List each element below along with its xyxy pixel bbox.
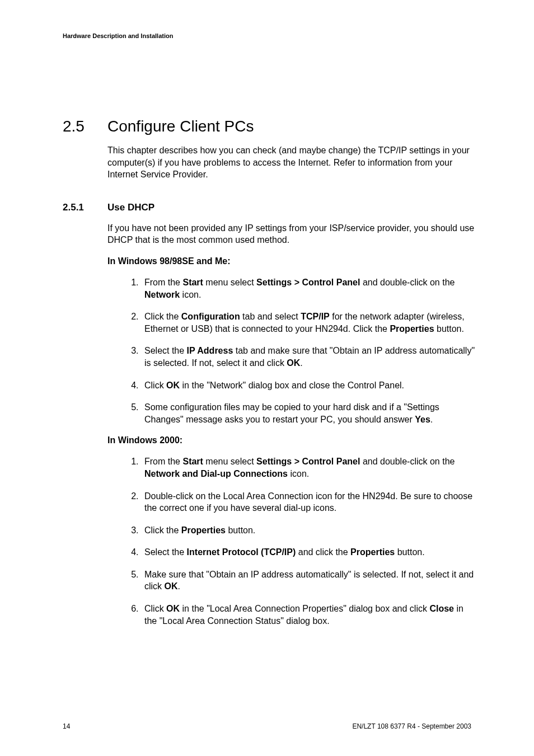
page-content: 2.5 Configure Client PCs This chapter de… xyxy=(63,118,477,637)
list-item: Click OK in the "Network" dialog box and… xyxy=(141,379,477,392)
list-item: Click the Configuration tab and select T… xyxy=(141,311,477,335)
win2000-heading: In Windows 2000: xyxy=(107,435,477,445)
subsection-title: Use DHCP xyxy=(107,202,154,213)
footer-right: EN/LZT 108 6377 R4 - September 2003 xyxy=(352,722,471,730)
win2000-steps: From the Start menu select Settings > Co… xyxy=(129,456,477,627)
page-number: 14 xyxy=(63,722,70,730)
subsection-heading: 2.5.1 Use DHCP xyxy=(63,202,477,213)
list-item: Select the Internet Protocol (TCP/IP) an… xyxy=(141,546,477,558)
section-heading: 2.5 Configure Client PCs xyxy=(63,118,477,135)
win98-steps: From the Start menu select Settings > Co… xyxy=(129,276,477,425)
section-number: 2.5 xyxy=(63,118,107,135)
subsection-intro: If you have not been provided any IP set… xyxy=(107,222,477,246)
list-item: Make sure that "Obtain an IP address aut… xyxy=(141,569,477,593)
list-item: Click the Properties button. xyxy=(141,524,477,537)
list-item: Select the IP Address tab and make sure … xyxy=(141,345,477,369)
subsection-number: 2.5.1 xyxy=(63,202,107,213)
running-header: Hardware Description and Installation xyxy=(63,32,173,39)
win98-heading: In Windows 98/98SE and Me: xyxy=(107,256,477,266)
section-intro: This chapter describes how you can check… xyxy=(107,144,477,181)
list-item: Some configuration files may be copied t… xyxy=(141,401,477,425)
list-item: Double-click on the Local Area Connectio… xyxy=(141,490,477,514)
section-title: Configure Client PCs xyxy=(107,118,254,135)
list-item: From the Start menu select Settings > Co… xyxy=(141,276,477,300)
list-item: Click OK in the "Local Area Connection P… xyxy=(141,603,477,627)
list-item: From the Start menu select Settings > Co… xyxy=(141,456,477,480)
